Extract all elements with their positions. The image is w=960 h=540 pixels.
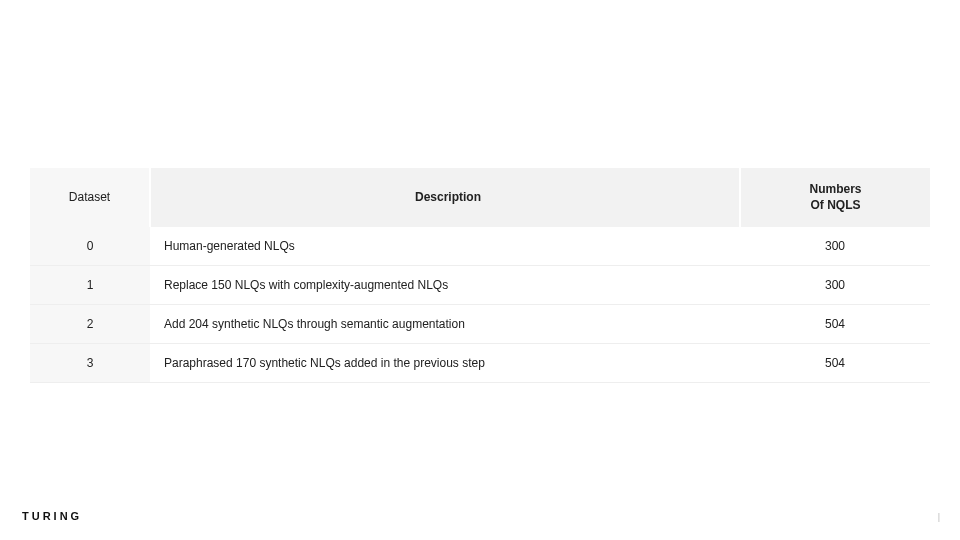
table-row: 0 Human-generated NLQs 300 <box>30 227 930 266</box>
cell-dataset: 0 <box>30 227 150 266</box>
cell-dataset: 2 <box>30 305 150 344</box>
header-dataset: Dataset <box>30 168 150 227</box>
brand-logo: TURING <box>22 510 82 522</box>
table-header-row: Dataset Description Numbers Of NQLS <box>30 168 930 227</box>
cell-description: Add 204 synthetic NLQs through semantic … <box>150 305 740 344</box>
dataset-table: Dataset Description Numbers Of NQLS 0 Hu… <box>30 168 930 383</box>
cell-description: Human-generated NLQs <box>150 227 740 266</box>
footer-mark: | <box>938 512 940 522</box>
cell-number: 300 <box>740 227 930 266</box>
cell-number: 504 <box>740 305 930 344</box>
cell-description: Paraphrased 170 synthetic NLQs added in … <box>150 344 740 383</box>
table-row: 2 Add 204 synthetic NLQs through semanti… <box>30 305 930 344</box>
table-row: 3 Paraphrased 170 synthetic NLQs added i… <box>30 344 930 383</box>
cell-dataset: 3 <box>30 344 150 383</box>
header-numbers-line1: Numbers <box>809 182 861 196</box>
cell-number: 504 <box>740 344 930 383</box>
header-numbers: Numbers Of NQLS <box>740 168 930 227</box>
cell-description: Replace 150 NLQs with complexity-augment… <box>150 266 740 305</box>
header-description: Description <box>150 168 740 227</box>
cell-number: 300 <box>740 266 930 305</box>
header-numbers-line2: Of NQLS <box>811 198 861 212</box>
cell-dataset: 1 <box>30 266 150 305</box>
dataset-table-container: Dataset Description Numbers Of NQLS 0 Hu… <box>30 168 930 383</box>
table-row: 1 Replace 150 NLQs with complexity-augme… <box>30 266 930 305</box>
